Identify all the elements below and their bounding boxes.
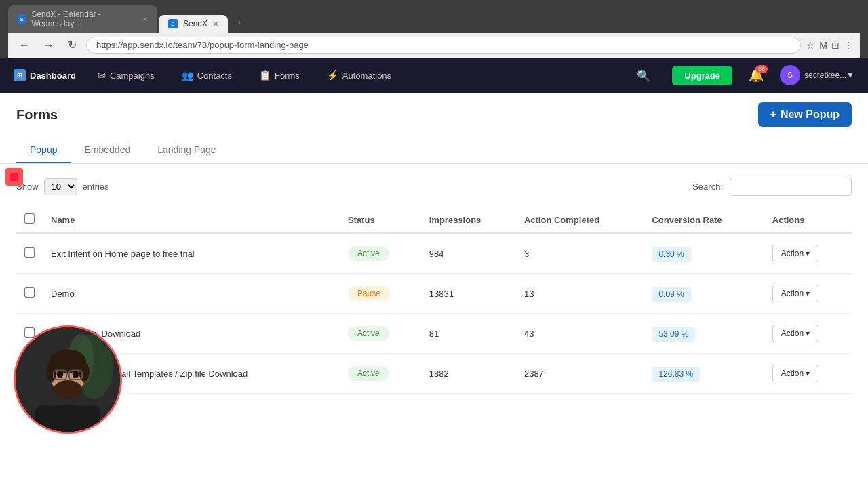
browser-tab-1[interactable]: S SendX - Calendar - Wednesday... ✕	[8, 5, 157, 33]
record-inner	[10, 173, 18, 181]
table-body: Exit Intent on Home page to free trial A…	[16, 233, 852, 394]
top-nav: ⊞ Dashboard ✉ Campaigns 👥 Contacts 📋 For…	[0, 58, 868, 93]
status-badge-1: Pause	[348, 286, 390, 301]
new-popup-button[interactable]: + New Popup	[758, 102, 852, 127]
row-conversion-rate-1: 0.09 %	[644, 274, 764, 314]
nav-automations-label: Automations	[342, 70, 391, 81]
nav-item-automations[interactable]: ⚡ Automations	[321, 67, 397, 83]
back-button[interactable]: ←	[15, 38, 34, 53]
row-name-0: Exit Intent on Home page to free trial	[43, 233, 340, 274]
webcam-placeholder	[16, 327, 120, 432]
app-container: ⊞ Dashboard ✉ Campaigns 👥 Contacts 📋 For…	[0, 58, 868, 488]
search-input[interactable]	[730, 178, 852, 196]
show-entries: Show 10 25 50 entries	[16, 178, 109, 195]
entries-select[interactable]: 10 25 50	[44, 178, 77, 195]
extension-icon-1[interactable]: M	[819, 40, 827, 51]
user-menu[interactable]: S secretkee...▼	[780, 65, 854, 85]
nav-logo[interactable]: ⊞ Dashboard	[14, 69, 76, 81]
conversion-badge-2: 53.09 %	[652, 327, 695, 342]
new-popup-label: New Popup	[781, 108, 840, 121]
table-row: ...ee Premium Email Templates / Zip file…	[16, 354, 852, 394]
browser-toolbar: ← → ↻ https://app.sendx.io/team/78/popup…	[8, 33, 860, 58]
row-action-completed-0: 3	[516, 233, 644, 274]
campaigns-icon: ✉	[98, 70, 106, 81]
notification-button[interactable]: 🔔 86	[749, 68, 764, 83]
browser-tabs: S SendX - Calendar - Wednesday... ✕ S Se…	[8, 5, 860, 33]
table-header: Name Status Impressions Action Completed…	[16, 207, 852, 233]
row-actions-2: Action ▾	[764, 314, 852, 354]
tab-popup[interactable]: Popup	[16, 138, 71, 163]
status-badge-2: Active	[348, 326, 389, 341]
row-checkbox-1[interactable]	[24, 287, 35, 298]
logo-icon: ⊞	[14, 69, 26, 81]
row-actions-0: Action ▾	[764, 233, 852, 274]
entries-label: entries	[83, 182, 109, 192]
tab-close-1[interactable]: ✕	[142, 16, 148, 23]
browser-chrome: S SendX - Calendar - Wednesday... ✕ S Se…	[0, 0, 868, 58]
svg-point-7	[54, 380, 82, 399]
search-icon[interactable]: 🔍	[637, 69, 650, 82]
th-action-completed: Action Completed	[516, 207, 644, 233]
row-action-completed-2: 43	[516, 314, 644, 354]
tab-label-2: SendX	[183, 19, 208, 28]
new-popup-plus-icon: +	[770, 108, 776, 121]
action-button-2[interactable]: Action ▾	[772, 325, 819, 342]
bookmark-icon[interactable]: ☆	[806, 40, 815, 51]
webcam-svg	[16, 327, 120, 432]
action-button-0[interactable]: Action ▾	[772, 245, 819, 262]
forward-button[interactable]: →	[39, 38, 58, 53]
action-button-3[interactable]: Action ▾	[772, 365, 819, 382]
conversion-badge-0: 0.30 %	[652, 247, 690, 262]
svg-point-8	[57, 371, 64, 379]
th-actions: Actions	[764, 207, 852, 233]
address-bar[interactable]: https://app.sendx.io/team/78/popup-form-…	[86, 37, 801, 54]
th-conversion-rate: Conversion Rate	[644, 207, 764, 233]
nav-item-campaigns[interactable]: ✉ Campaigns	[92, 67, 160, 83]
row-impressions-2: 81	[421, 314, 516, 354]
row-impressions-3: 1882	[421, 354, 516, 394]
new-tab-button[interactable]: +	[229, 12, 249, 33]
nav-logo-label: Dashboard	[30, 70, 76, 81]
svg-point-5	[46, 362, 56, 382]
select-all-checkbox[interactable]	[24, 214, 35, 224]
th-status: Status	[340, 207, 421, 233]
search-box: Search:	[692, 178, 852, 196]
search-label: Search:	[692, 182, 723, 192]
row-impressions-0: 984	[421, 233, 516, 274]
nav-item-forms[interactable]: 📋 Forms	[254, 67, 305, 83]
nav-contacts-label: Contacts	[197, 70, 232, 81]
nav-item-contacts[interactable]: 👥 Contacts	[176, 67, 237, 83]
row-checkbox-0[interactable]	[24, 247, 35, 258]
row-action-completed-1: 13	[516, 274, 644, 314]
upgrade-button[interactable]: Upgrade	[672, 66, 732, 85]
row-status-3: Active	[340, 354, 421, 394]
tab-close-2[interactable]: ✕	[213, 20, 218, 28]
extension-icon-2[interactable]: ⊡	[831, 40, 840, 51]
data-table: Name Status Impressions Action Completed…	[16, 207, 852, 394]
nav-forms-label: Forms	[275, 70, 300, 81]
th-name: Name	[43, 207, 340, 233]
webcam-overlay	[14, 325, 122, 434]
row-status-2: Active	[340, 314, 421, 354]
tab-embedded[interactable]: Embedded	[71, 138, 144, 163]
row-name-1: Demo	[43, 274, 340, 314]
th-checkbox	[16, 207, 43, 233]
tabs: Popup Embedded Landing Page	[0, 127, 868, 164]
menu-icon[interactable]: ⋮	[844, 40, 853, 51]
table-row: Demo Pause 13831 13 0.09 % Action ▾	[16, 274, 852, 314]
browser-tab-2[interactable]: S SendX ✕	[159, 15, 228, 33]
row-checkbox-cell	[16, 233, 43, 274]
th-impressions: Impressions	[421, 207, 516, 233]
automations-icon: ⚡	[327, 70, 338, 81]
action-button-1[interactable]: Action ▾	[772, 285, 819, 302]
contacts-icon: 👥	[182, 70, 193, 81]
row-checkbox-cell	[16, 274, 43, 314]
refresh-button[interactable]: ↻	[64, 37, 81, 53]
browser-icons: ☆ M ⊡ ⋮	[806, 40, 853, 51]
tab-favicon-1: S	[18, 14, 26, 24]
tab-landing-page[interactable]: Landing Page	[144, 138, 229, 163]
row-status-0: Active	[340, 233, 421, 274]
forms-icon: 📋	[259, 70, 271, 81]
url-text: https://app.sendx.io/team/78/popup-form-…	[96, 40, 309, 50]
svg-rect-14	[35, 406, 100, 432]
